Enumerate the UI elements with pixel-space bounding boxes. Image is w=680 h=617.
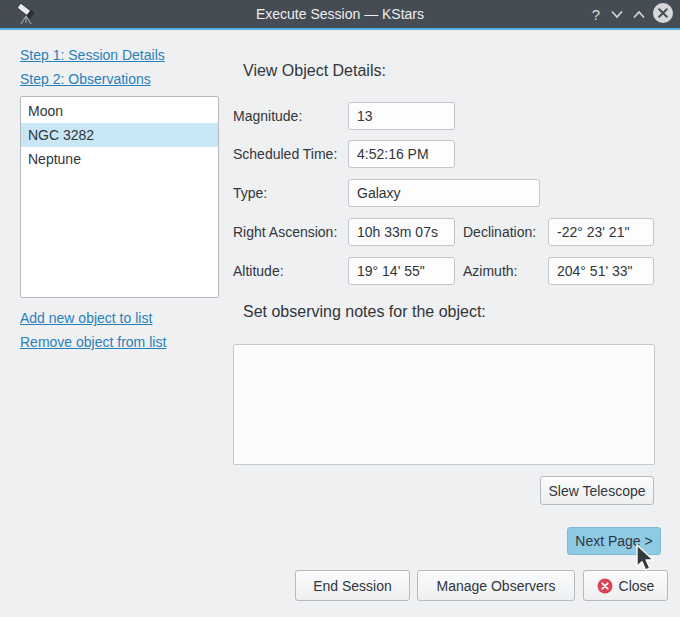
azimuth-label: Azimuth:	[463, 257, 517, 285]
list-item-ngc-3282[interactable]: NGC 3282	[21, 123, 218, 147]
observing-notes-heading: Set observing notes for the object:	[243, 303, 486, 321]
titlebar-accent-line	[0, 28, 680, 30]
maximize-button[interactable]	[628, 0, 650, 28]
step1-session-details-link[interactable]: Step 1: Session Details	[20, 47, 165, 63]
manage-observers-button[interactable]: Manage Observers	[417, 570, 575, 601]
altitude-label: Altitude:	[233, 257, 284, 285]
scheduled-time-label: Scheduled Time:	[233, 140, 337, 168]
declination-field[interactable]	[548, 218, 654, 246]
kstars-telescope-icon	[16, 2, 38, 29]
chevron-up-icon	[633, 6, 645, 22]
circle-x-icon	[652, 2, 674, 27]
minimize-button[interactable]	[606, 0, 628, 28]
magnitude-field[interactable]	[348, 102, 455, 130]
titlebar: Execute Session — KStars ?	[0, 0, 680, 28]
altitude-field[interactable]	[348, 257, 455, 285]
type-field[interactable]	[348, 179, 540, 207]
next-page-button[interactable]: Next Page >	[567, 527, 661, 555]
end-session-button[interactable]: End Session	[295, 570, 410, 601]
chevron-down-icon	[611, 6, 623, 22]
remove-object-link[interactable]: Remove object from list	[20, 334, 166, 350]
next-page-label: Next Page >	[575, 533, 652, 549]
close-button[interactable]: Close	[583, 570, 668, 601]
right-ascension-label: Right Ascension:	[233, 218, 337, 246]
window-title: Execute Session — KStars	[0, 0, 680, 28]
view-object-details-heading: View Object Details:	[243, 62, 386, 80]
declination-label: Declination:	[463, 218, 536, 246]
manage-observers-label: Manage Observers	[436, 578, 555, 594]
step2-observations-link[interactable]: Step 2: Observations	[20, 71, 151, 87]
end-session-label: End Session	[313, 578, 392, 594]
window-close-button[interactable]	[650, 0, 676, 28]
list-item-neptune[interactable]: Neptune	[21, 147, 218, 171]
help-icon: ?	[592, 6, 600, 23]
observing-notes-textarea[interactable]	[233, 344, 655, 465]
magnitude-label: Magnitude:	[233, 102, 302, 130]
azimuth-field[interactable]	[548, 257, 654, 285]
help-button[interactable]: ?	[586, 0, 606, 28]
list-item-moon[interactable]: Moon	[21, 99, 218, 123]
slew-telescope-button[interactable]: Slew Telescope	[540, 476, 654, 505]
close-label: Close	[619, 578, 655, 594]
add-new-object-link[interactable]: Add new object to list	[20, 310, 152, 326]
type-label: Type:	[233, 179, 267, 207]
scheduled-time-field[interactable]	[348, 140, 455, 168]
right-ascension-field[interactable]	[348, 218, 455, 246]
close-red-x-icon	[597, 578, 613, 594]
object-list[interactable]: Moon NGC 3282 Neptune	[20, 96, 219, 298]
slew-telescope-label: Slew Telescope	[548, 483, 645, 499]
